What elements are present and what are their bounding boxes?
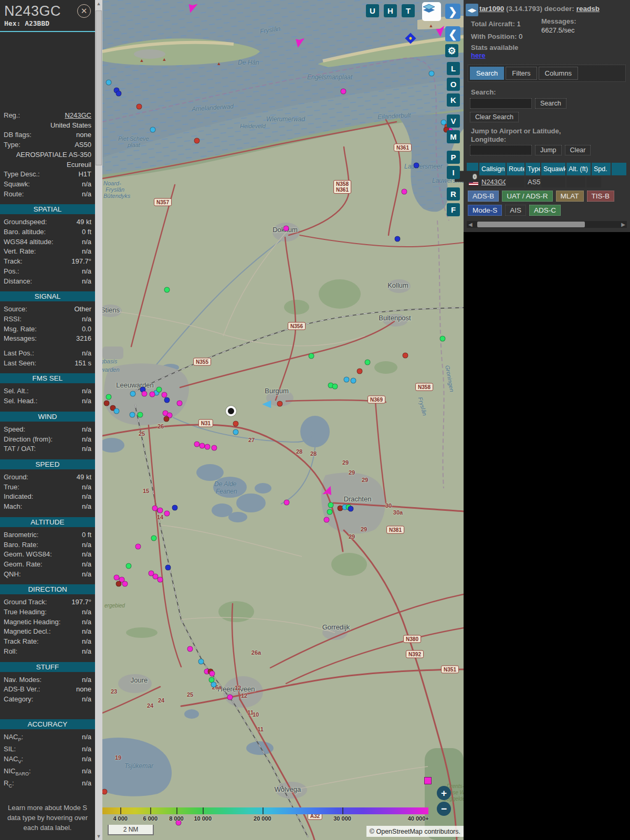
map-button-t[interactable]: T <box>402 4 415 17</box>
column-header[interactable]: Type <box>526 163 540 175</box>
aircraft-dot[interactable] <box>150 392 155 397</box>
aircraft-dot[interactable] <box>357 369 363 374</box>
sidebar-scrollbar[interactable]: ▲ ▼ <box>95 0 102 840</box>
layers-icon[interactable] <box>422 2 441 21</box>
aircraft-dot[interactable] <box>130 391 136 397</box>
table-row[interactable]: N243GCAS500 <box>467 176 628 187</box>
map-button-r[interactable]: R <box>447 187 460 201</box>
aircraft-dot[interactable] <box>277 401 283 407</box>
clear-search-button[interactable]: Clear Search <box>470 112 519 122</box>
jump-input[interactable] <box>470 145 532 155</box>
aircraft-dot[interactable] <box>116 581 122 587</box>
aircraft-dot[interactable] <box>348 506 354 512</box>
expand-panel-button[interactable]: ❯ <box>445 4 460 19</box>
selected-aircraft-marker[interactable] <box>226 406 236 416</box>
map-button-v[interactable]: V <box>447 114 460 128</box>
aircraft-dot[interactable] <box>211 682 217 688</box>
aircraft-dot[interactable] <box>440 336 446 342</box>
panel-toggle-button[interactable]: ◀▶ <box>466 4 478 16</box>
aircraft-dot[interactable] <box>136 104 142 110</box>
aircraft-dot[interactable] <box>324 517 330 523</box>
legend-chip-mlat[interactable]: MLAT <box>556 191 584 202</box>
aircraft-dot[interactable] <box>332 384 338 390</box>
search-input[interactable] <box>470 98 532 109</box>
collapse-sidebar-button[interactable]: ❮ <box>445 26 460 41</box>
aircraft-dot[interactable] <box>395 236 401 242</box>
aircraft-dot[interactable] <box>233 429 239 435</box>
map-button-o[interactable]: O <box>447 78 460 91</box>
aircraft-dot[interactable] <box>164 397 170 403</box>
aircraft-dot[interactable] <box>227 695 233 700</box>
column-header[interactable]: Spd. <box>592 163 611 175</box>
aircraft-dot[interactable] <box>142 391 148 397</box>
map-button-p[interactable]: P <box>447 151 460 164</box>
aircraft-dot[interactable] <box>284 226 289 232</box>
aircraft-dot[interactable] <box>309 353 314 359</box>
column-header[interactable]: Squawk <box>541 163 565 175</box>
aircraft-dot[interactable] <box>212 445 217 451</box>
aircraft-dot[interactable] <box>138 412 143 418</box>
map[interactable]: DokkumKollumBuitenpostStiensLeeuwardenBu… <box>102 0 464 840</box>
aircraft-dot[interactable] <box>122 581 128 587</box>
legend-chip-ads-c[interactable]: ADS-C <box>529 205 561 216</box>
aircraft-dot[interactable] <box>403 353 408 359</box>
zoom-out-button[interactable]: − <box>437 802 451 816</box>
scroll-left-icon[interactable]: ◀ <box>468 221 472 228</box>
legend-chip-uat-ads-r[interactable]: UAT / ADS-R <box>502 191 552 202</box>
aircraft-dot[interactable] <box>164 416 170 422</box>
map-button-l[interactable]: L <box>447 62 460 75</box>
aircraft-dot[interactable] <box>106 80 112 86</box>
legend-chip-ads-b[interactable]: ADS-B <box>468 191 499 202</box>
map-button-k[interactable]: K <box>447 93 460 107</box>
tab-filters[interactable]: Filters <box>506 67 537 80</box>
jump-clear-button[interactable]: Clear <box>565 145 591 155</box>
scroll-up-icon[interactable]: ▲ <box>95 1 102 6</box>
column-header[interactable]: Alt. (ft) <box>566 163 591 175</box>
aircraft-dot[interactable] <box>116 91 122 97</box>
map-button-u[interactable]: U <box>366 4 379 17</box>
map-button-f[interactable]: F <box>447 203 460 216</box>
aircraft-dot[interactable] <box>177 401 183 406</box>
aircraft-dot[interactable] <box>172 505 178 511</box>
aircraft-dot[interactable] <box>165 565 171 571</box>
legend-chip-mode-s[interactable]: Mode-S <box>468 205 502 216</box>
legend-chip-tis-b[interactable]: TIS-B <box>587 191 615 202</box>
aircraft-dot[interactable] <box>164 511 170 517</box>
aircraft-dot[interactable] <box>429 71 435 77</box>
scroll-right-icon[interactable]: ▶ <box>621 221 625 228</box>
aircraft-dot[interactable] <box>156 387 162 393</box>
callsign-link[interactable]: N243GC <box>479 176 506 187</box>
aircraft-dot[interactable] <box>233 421 239 427</box>
zoom-in-button[interactable]: + <box>437 786 451 800</box>
map-button-i[interactable]: I <box>447 166 460 179</box>
map-button-m[interactable]: M <box>447 130 460 143</box>
close-icon[interactable]: ✕ <box>77 4 91 18</box>
aircraft-dot[interactable] <box>158 577 163 583</box>
aircraft-dot[interactable] <box>205 444 211 450</box>
settings-button[interactable]: ⚙ <box>445 44 458 57</box>
aircraft-dot[interactable] <box>327 509 333 515</box>
stats-here-link[interactable]: here <box>471 51 485 59</box>
aircraft-dot[interactable] <box>187 646 193 652</box>
aircraft-dot[interactable] <box>344 377 350 383</box>
column-header[interactable]: Route <box>507 163 524 175</box>
aircraft-square-marker[interactable] <box>424 777 432 784</box>
aircraft-dot[interactable] <box>365 360 371 365</box>
aircraft-dot[interactable] <box>164 287 170 293</box>
aircraft-dot[interactable] <box>284 500 290 506</box>
legend-chip-ais[interactable]: AIS <box>505 205 526 216</box>
aircraft-dot[interactable] <box>151 536 157 541</box>
scroll-down-icon[interactable]: ▼ <box>95 834 102 839</box>
aircraft-dot[interactable] <box>198 659 204 665</box>
aircraft-dot[interactable] <box>402 189 407 195</box>
column-header[interactable]: Callsign <box>479 163 506 175</box>
aircraft-dot[interactable] <box>106 394 112 400</box>
tab-columns[interactable]: Columns <box>539 67 578 80</box>
hscrollbar-thumb[interactable] <box>477 222 585 227</box>
data-value[interactable]: N243GC <box>65 111 91 121</box>
aircraft-dot[interactable] <box>414 163 419 169</box>
aircraft-dot[interactable] <box>130 412 135 418</box>
aircraft-dot[interactable] <box>328 502 334 508</box>
map-button-h[interactable]: H <box>384 4 397 17</box>
aircraft-dot[interactable] <box>351 378 356 384</box>
